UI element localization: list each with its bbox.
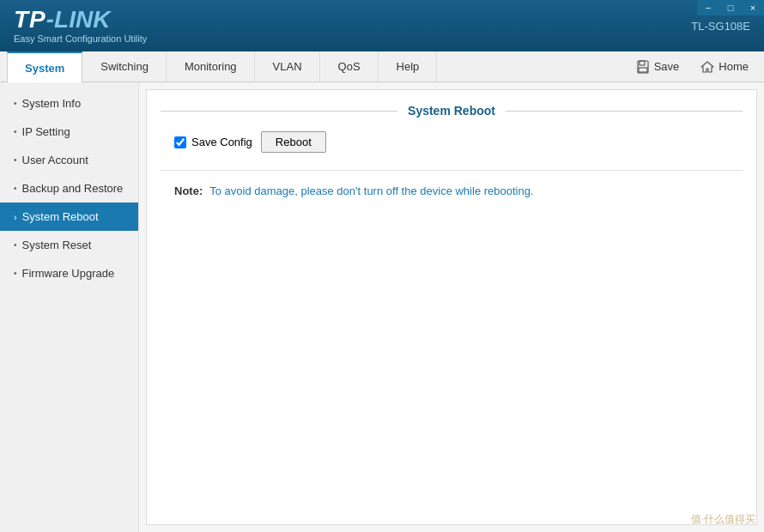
save-button[interactable]: Save [627,56,688,78]
home-icon [700,59,715,75]
bullet-user-account: • [14,155,17,165]
tab-qos[interactable]: QoS [320,51,379,82]
close-button[interactable]: × [742,0,764,15]
bullet-backup-restore: • [14,184,17,193]
sidebar: • System Info • IP Setting • User Accoun… [0,82,139,532]
brand-link: -LINK [46,8,111,32]
nav-right-actions: Save Home [627,51,764,82]
content-area: System Reboot Save Config Reboot Note: T… [146,89,757,525]
header-subtitle: Easy Smart Configuration Utility [14,33,147,44]
window-controls: − □ × [697,0,764,15]
save-config-wrapper: Save Config [174,136,252,148]
tab-monitoring[interactable]: Monitoring [167,51,255,82]
title-line-right [506,111,743,112]
svg-marker-3 [701,62,713,72]
section-title-text: System Reboot [397,104,506,118]
tab-qos-label: QoS [338,60,361,73]
svg-rect-2 [639,68,647,72]
save-config-label[interactable]: Save Config [191,136,252,148]
navbar: System Switching Monitoring VLAN QoS Hel… [0,51,764,82]
save-icon [635,59,651,75]
title-line-left [161,111,397,112]
tab-system-label: System [25,62,64,75]
tab-switching-label: Switching [100,60,149,73]
brand-logo: TP -LINK Easy Smart Configuration Utilit… [14,8,147,44]
save-label: Save [654,60,680,73]
bullet-firmware-upgrade: • [14,269,17,278]
home-button[interactable]: Home [691,56,757,78]
sidebar-item-system-reboot[interactable]: › System Reboot [0,203,138,231]
sidebar-item-system-info[interactable]: • System Info [0,89,138,118]
sidebar-item-backup-restore[interactable]: • Backup and Restore [0,174,138,203]
brand-tp: TP [14,8,46,32]
note-label: Note: [174,184,203,197]
sidebar-label-user-account: User Account [22,154,88,166]
maximize-button[interactable]: □ [719,0,742,15]
svg-rect-1 [640,61,645,65]
sidebar-label-backup-restore: Backup and Restore [22,182,124,195]
bullet-ip-setting: • [14,127,17,136]
note-row: Note: To avoid damage, please don't turn… [161,184,743,197]
bullet-system-info: • [14,99,17,108]
tab-vlan[interactable]: VLAN [255,51,320,82]
sidebar-label-system-info: System Info [22,97,82,110]
sidebar-item-user-account[interactable]: • User Account [0,146,138,174]
main-layout: • System Info • IP Setting • User Accoun… [0,82,764,532]
minimize-button[interactable]: − [697,0,719,15]
tab-switching[interactable]: Switching [82,51,167,82]
divider [161,170,743,171]
tab-vlan-label: VLAN [273,60,302,73]
bullet-system-reset: • [14,240,17,250]
form-row: Save Config Reboot [161,131,743,153]
sidebar-item-system-reset[interactable]: • System Reset [0,231,138,259]
section-title-row: System Reboot [161,104,743,118]
header-model: TL-SG108E [691,20,750,33]
save-config-checkbox[interactable] [174,136,186,148]
sidebar-item-ip-setting[interactable]: • IP Setting [0,118,138,146]
tab-system[interactable]: System [7,51,82,82]
sidebar-label-system-reboot: System Reboot [22,210,99,223]
tab-help-label: Help [397,60,420,73]
note-text: To avoid damage, please don't turn off t… [209,184,533,197]
sidebar-label-firmware-upgrade: Firmware Upgrade [22,267,115,280]
home-label: Home [719,60,749,73]
sidebar-label-ip-setting: IP Setting [22,125,70,138]
reboot-button[interactable]: Reboot [261,131,326,153]
tab-monitoring-label: Monitoring [185,60,237,73]
sidebar-label-system-reset: System Reset [22,239,92,251]
tab-help[interactable]: Help [379,51,438,82]
header: TP -LINK Easy Smart Configuration Utilit… [0,0,764,51]
arrow-system-reboot: › [14,212,17,222]
sidebar-item-firmware-upgrade[interactable]: • Firmware Upgrade [0,259,138,287]
